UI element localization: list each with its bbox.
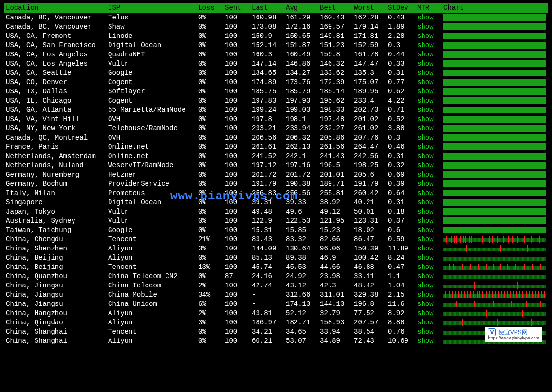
- cell-sent: 100: [223, 225, 250, 234]
- latency-chart: [443, 125, 546, 132]
- cell-loss: 0%: [196, 336, 223, 345]
- mtr-show-link[interactable]: show: [417, 291, 434, 299]
- cell-isp: 55 Marietta/RamNode: [106, 105, 196, 114]
- packet-loss-mark: [465, 236, 466, 243]
- mtr-show-link[interactable]: show: [417, 88, 434, 95]
- mtr-show-link[interactable]: show: [417, 235, 434, 243]
- cell-last: 45.74: [250, 262, 284, 271]
- mtr-show-link[interactable]: show: [417, 115, 434, 123]
- packet-loss-mark: [508, 236, 509, 243]
- cell-mtr: show: [415, 105, 442, 114]
- mtr-show-link[interactable]: show: [417, 226, 434, 234]
- cell-best: 151.23: [318, 40, 352, 50]
- packet-loss-mark: [500, 264, 501, 270]
- cell-sent: 87: [223, 271, 250, 281]
- mtr-show-link[interactable]: show: [417, 134, 434, 142]
- mtr-show-link[interactable]: show: [417, 300, 434, 308]
- mtr-show-link[interactable]: show: [417, 14, 434, 21]
- cell-avg: 45.53: [284, 262, 318, 271]
- mtr-show-link[interactable]: show: [417, 78, 434, 86]
- mtr-show-link[interactable]: show: [417, 171, 434, 178]
- cell-loss: 0%: [196, 77, 223, 87]
- mtr-show-link[interactable]: show: [417, 208, 434, 215]
- header-worst[interactable]: Worst: [352, 3, 386, 13]
- cell-last: 60.21: [250, 336, 284, 345]
- cell-isp: Online.net: [106, 142, 196, 151]
- header-isp[interactable]: ISP: [106, 3, 196, 13]
- cell-isp: ProviderService: [106, 179, 196, 188]
- mtr-show-link[interactable]: show: [417, 263, 434, 271]
- cell-best: 82.66: [318, 234, 352, 244]
- chart-bar: [443, 199, 546, 206]
- mtr-show-link[interactable]: show: [417, 272, 434, 280]
- mtr-show-link[interactable]: show: [417, 282, 434, 289]
- mtr-show-link[interactable]: show: [417, 254, 434, 262]
- cell-best: 96.06: [318, 244, 352, 253]
- header-avg[interactable]: Avg: [284, 3, 318, 13]
- header-location[interactable]: Location: [4, 3, 106, 13]
- cell-location: USA, GA, Atlanta: [4, 105, 106, 114]
- header-best[interactable]: Best: [318, 3, 352, 13]
- latency-chart: [443, 254, 546, 261]
- mtr-show-link[interactable]: show: [417, 189, 434, 197]
- header-last[interactable]: Last: [250, 3, 284, 13]
- cell-loss: 0%: [196, 68, 223, 77]
- header-chart[interactable]: Chart: [442, 3, 548, 13]
- mtr-show-link[interactable]: show: [417, 328, 434, 336]
- cell-sent: 100: [223, 318, 250, 327]
- mtr-show-link[interactable]: show: [417, 97, 434, 105]
- cell-loss: 2%: [196, 281, 223, 290]
- cell-best: 15.23: [318, 225, 352, 234]
- cell-best: 34.89: [318, 336, 352, 345]
- cell-avg: 197.93: [284, 96, 318, 105]
- mtr-show-link[interactable]: show: [417, 60, 434, 68]
- cell-sent: 100: [223, 308, 250, 318]
- table-row: Taiwan, TaichungGoogle0%10015.3115.8515.…: [4, 225, 548, 234]
- latency-chart: [443, 171, 546, 178]
- cell-location: Canada, QC, Montreal: [4, 133, 106, 142]
- mtr-show-link[interactable]: show: [417, 32, 434, 40]
- cell-avg: 160.49: [284, 50, 318, 59]
- mtr-show-link[interactable]: show: [417, 125, 434, 132]
- cell-chart: [442, 59, 548, 68]
- mtr-show-link[interactable]: show: [417, 143, 434, 151]
- cell-last: 144.09: [250, 244, 284, 253]
- mtr-show-link[interactable]: show: [417, 309, 434, 317]
- cell-mtr: show: [415, 68, 442, 77]
- mtr-show-link[interactable]: show: [417, 161, 434, 169]
- cell-mtr: show: [415, 197, 442, 207]
- cell-avg: 174.13: [284, 299, 318, 308]
- header-sent[interactable]: Sent: [223, 3, 250, 13]
- mtr-show-link[interactable]: show: [417, 41, 434, 49]
- mtr-show-link[interactable]: show: [417, 51, 434, 58]
- cell-best: 32.79: [318, 308, 352, 318]
- cell-mtr: show: [415, 124, 442, 133]
- mtr-show-link[interactable]: show: [417, 23, 434, 31]
- cell-best: 38.92: [318, 197, 352, 207]
- cell-isp: Linode: [106, 31, 196, 40]
- mtr-show-link[interactable]: show: [417, 198, 434, 206]
- cell-location: China, Beijing: [4, 253, 106, 262]
- mtr-show-link[interactable]: show: [417, 319, 434, 326]
- packet-loss-mark: [535, 291, 536, 298]
- packet-loss-mark: [526, 291, 527, 298]
- mtr-show-link[interactable]: show: [417, 180, 434, 188]
- mtr-show-link[interactable]: show: [417, 106, 434, 114]
- packet-loss-mark: [497, 236, 498, 243]
- header-stdev[interactable]: StDev: [386, 3, 415, 13]
- mtr-show-link[interactable]: show: [417, 337, 434, 345]
- mtr-show-link[interactable]: show: [417, 217, 434, 225]
- packet-loss-mark: [504, 291, 505, 298]
- header-mtr[interactable]: MTR: [415, 3, 442, 13]
- chart-bar: [443, 79, 546, 86]
- packet-loss-mark: [458, 291, 459, 298]
- mtr-show-link[interactable]: show: [417, 69, 434, 77]
- table-row: USA, CO, DenverCogent0%100174.89173.7617…: [4, 77, 548, 87]
- mtr-show-link[interactable]: show: [417, 245, 434, 252]
- mtr-show-link[interactable]: show: [417, 152, 434, 160]
- cell-best: 149.81: [318, 31, 352, 40]
- cell-stdev: 0.3: [386, 133, 415, 142]
- table-row: Germany, BochumProviderService0%100191.7…: [4, 179, 548, 188]
- header-loss[interactable]: Loss: [196, 3, 223, 13]
- packet-loss-mark: [512, 236, 513, 243]
